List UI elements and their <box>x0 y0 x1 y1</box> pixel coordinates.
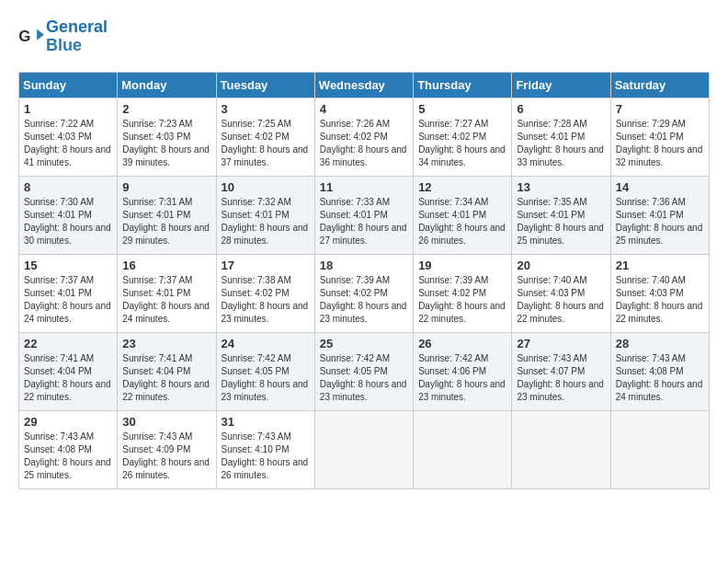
calendar-cell: 5 Sunrise: 7:27 AM Sunset: 4:02 PM Dayli… <box>414 98 512 176</box>
header-day: Sunday <box>19 72 118 98</box>
day-info: Sunrise: 7:38 AM Sunset: 4:02 PM Dayligh… <box>222 274 310 326</box>
day-info: Sunrise: 7:43 AM Sunset: 4:10 PM Dayligh… <box>222 431 310 482</box>
day-number: 28 <box>616 337 704 350</box>
day-number: 13 <box>517 180 605 194</box>
day-number: 27 <box>517 337 605 350</box>
calendar-cell: 22 Sunrise: 7:41 AM Sunset: 4:04 PM Dayl… <box>19 332 118 410</box>
calendar-cell: 13 Sunrise: 7:35 AM Sunset: 4:01 PM Dayl… <box>512 176 610 254</box>
calendar-week: 1 Sunrise: 7:22 AM Sunset: 4:03 PM Dayli… <box>19 98 710 176</box>
day-info: Sunrise: 7:40 AM Sunset: 4:03 PM Dayligh… <box>517 274 605 326</box>
day-info: Sunrise: 7:42 AM Sunset: 4:05 PM Dayligh… <box>222 352 310 404</box>
day-number: 31 <box>222 415 310 429</box>
header-day: Saturday <box>610 72 709 98</box>
day-number: 21 <box>616 259 704 272</box>
calendar-cell: 21 Sunrise: 7:40 AM Sunset: 4:03 PM Dayl… <box>610 254 709 332</box>
day-info: Sunrise: 7:42 AM Sunset: 4:05 PM Dayligh… <box>320 352 408 404</box>
day-number: 9 <box>122 180 210 194</box>
day-number: 2 <box>122 102 210 116</box>
day-info: Sunrise: 7:32 AM Sunset: 4:01 PM Dayligh… <box>222 196 310 247</box>
header-day: Wednesday <box>314 72 413 98</box>
day-info: Sunrise: 7:31 AM Sunset: 4:01 PM Dayligh… <box>122 196 210 247</box>
day-number: 16 <box>122 259 210 272</box>
day-number: 15 <box>24 259 112 272</box>
day-info: Sunrise: 7:28 AM Sunset: 4:01 PM Dayligh… <box>517 118 605 169</box>
day-info: Sunrise: 7:26 AM Sunset: 4:02 PM Dayligh… <box>320 118 408 169</box>
day-info: Sunrise: 7:23 AM Sunset: 4:03 PM Dayligh… <box>122 118 210 169</box>
header-day: Monday <box>118 72 216 98</box>
calendar-cell: 11 Sunrise: 7:33 AM Sunset: 4:01 PM Dayl… <box>314 176 413 254</box>
day-info: Sunrise: 7:41 AM Sunset: 4:04 PM Dayligh… <box>122 352 210 404</box>
calendar-cell: 2 Sunrise: 7:23 AM Sunset: 4:03 PM Dayli… <box>118 98 216 176</box>
calendar-cell: 10 Sunrise: 7:32 AM Sunset: 4:01 PM Dayl… <box>216 176 314 254</box>
day-number: 4 <box>320 102 408 116</box>
svg-marker-1 <box>37 29 44 40</box>
logo: G General Blue <box>18 18 108 55</box>
day-number: 3 <box>222 102 310 116</box>
calendar-cell: 30 Sunrise: 7:43 AM Sunset: 4:09 PM Dayl… <box>118 410 216 488</box>
day-number: 26 <box>418 337 506 350</box>
calendar-cell <box>610 410 709 488</box>
day-info: Sunrise: 7:41 AM Sunset: 4:04 PM Dayligh… <box>24 352 112 404</box>
calendar-cell: 24 Sunrise: 7:42 AM Sunset: 4:05 PM Dayl… <box>216 332 314 410</box>
calendar-cell: 16 Sunrise: 7:37 AM Sunset: 4:01 PM Dayl… <box>118 254 216 332</box>
day-info: Sunrise: 7:43 AM Sunset: 4:07 PM Dayligh… <box>517 352 605 404</box>
day-info: Sunrise: 7:37 AM Sunset: 4:01 PM Dayligh… <box>24 274 112 326</box>
day-number: 18 <box>320 259 408 272</box>
calendar-cell: 14 Sunrise: 7:36 AM Sunset: 4:01 PM Dayl… <box>610 176 709 254</box>
calendar-cell: 18 Sunrise: 7:39 AM Sunset: 4:02 PM Dayl… <box>314 254 413 332</box>
calendar-cell: 9 Sunrise: 7:31 AM Sunset: 4:01 PM Dayli… <box>118 176 216 254</box>
calendar-cell: 7 Sunrise: 7:29 AM Sunset: 4:01 PM Dayli… <box>610 98 709 176</box>
day-info: Sunrise: 7:40 AM Sunset: 4:03 PM Dayligh… <box>616 274 704 326</box>
day-info: Sunrise: 7:37 AM Sunset: 4:01 PM Dayligh… <box>122 274 210 326</box>
calendar-cell: 15 Sunrise: 7:37 AM Sunset: 4:01 PM Dayl… <box>19 254 118 332</box>
day-info: Sunrise: 7:39 AM Sunset: 4:02 PM Dayligh… <box>418 274 506 326</box>
day-number: 19 <box>418 259 506 272</box>
day-info: Sunrise: 7:25 AM Sunset: 4:02 PM Dayligh… <box>222 118 310 169</box>
header-row: SundayMondayTuesdayWednesdayThursdayFrid… <box>19 72 710 98</box>
calendar-cell: 4 Sunrise: 7:26 AM Sunset: 4:02 PM Dayli… <box>314 98 413 176</box>
day-number: 30 <box>122 415 210 429</box>
day-number: 24 <box>222 337 310 350</box>
day-number: 23 <box>122 337 210 350</box>
day-number: 25 <box>320 337 408 350</box>
calendar-cell: 29 Sunrise: 7:43 AM Sunset: 4:08 PM Dayl… <box>19 410 118 488</box>
calendar-week: 8 Sunrise: 7:30 AM Sunset: 4:01 PM Dayli… <box>19 176 710 254</box>
day-info: Sunrise: 7:36 AM Sunset: 4:01 PM Dayligh… <box>616 196 704 247</box>
calendar-cell: 3 Sunrise: 7:25 AM Sunset: 4:02 PM Dayli… <box>216 98 314 176</box>
calendar-cell: 8 Sunrise: 7:30 AM Sunset: 4:01 PM Dayli… <box>19 176 118 254</box>
calendar-cell: 27 Sunrise: 7:43 AM Sunset: 4:07 PM Dayl… <box>512 332 610 410</box>
header-day: Friday <box>512 72 610 98</box>
day-number: 8 <box>24 180 112 194</box>
day-number: 7 <box>616 102 704 116</box>
calendar-cell: 20 Sunrise: 7:40 AM Sunset: 4:03 PM Dayl… <box>512 254 610 332</box>
calendar-cell: 12 Sunrise: 7:34 AM Sunset: 4:01 PM Dayl… <box>414 176 512 254</box>
day-info: Sunrise: 7:43 AM Sunset: 4:08 PM Dayligh… <box>24 431 112 482</box>
calendar-week: 22 Sunrise: 7:41 AM Sunset: 4:04 PM Dayl… <box>19 332 710 410</box>
calendar-cell: 25 Sunrise: 7:42 AM Sunset: 4:05 PM Dayl… <box>314 332 413 410</box>
day-number: 14 <box>616 180 704 194</box>
header-day: Tuesday <box>216 72 314 98</box>
calendar-cell <box>512 410 610 488</box>
day-info: Sunrise: 7:43 AM Sunset: 4:08 PM Dayligh… <box>616 352 704 404</box>
day-info: Sunrise: 7:34 AM Sunset: 4:01 PM Dayligh… <box>418 196 506 247</box>
day-info: Sunrise: 7:30 AM Sunset: 4:01 PM Dayligh… <box>24 196 112 247</box>
calendar-table: SundayMondayTuesdayWednesdayThursdayFrid… <box>18 72 710 489</box>
day-info: Sunrise: 7:27 AM Sunset: 4:02 PM Dayligh… <box>418 118 506 169</box>
day-number: 22 <box>24 337 112 350</box>
calendar-cell: 28 Sunrise: 7:43 AM Sunset: 4:08 PM Dayl… <box>610 332 709 410</box>
calendar-cell <box>414 410 512 488</box>
calendar-week: 29 Sunrise: 7:43 AM Sunset: 4:08 PM Dayl… <box>19 410 710 488</box>
logo-icon: G <box>18 28 44 46</box>
calendar-cell: 19 Sunrise: 7:39 AM Sunset: 4:02 PM Dayl… <box>414 254 512 332</box>
day-info: Sunrise: 7:33 AM Sunset: 4:01 PM Dayligh… <box>320 196 408 247</box>
day-info: Sunrise: 7:43 AM Sunset: 4:09 PM Dayligh… <box>122 431 210 482</box>
day-number: 1 <box>24 102 112 116</box>
day-info: Sunrise: 7:39 AM Sunset: 4:02 PM Dayligh… <box>320 274 408 326</box>
day-number: 20 <box>517 259 605 272</box>
day-number: 6 <box>517 102 605 116</box>
calendar-cell: 1 Sunrise: 7:22 AM Sunset: 4:03 PM Dayli… <box>19 98 118 176</box>
day-info: Sunrise: 7:22 AM Sunset: 4:03 PM Dayligh… <box>24 118 112 169</box>
day-number: 5 <box>418 102 506 116</box>
svg-text:G: G <box>18 28 30 45</box>
day-info: Sunrise: 7:29 AM Sunset: 4:01 PM Dayligh… <box>616 118 704 169</box>
